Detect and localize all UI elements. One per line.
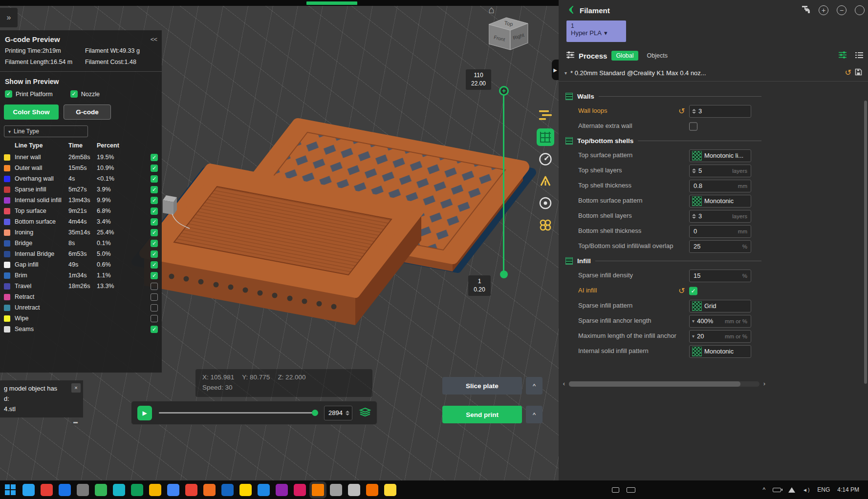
filter-settings-icon[interactable] (839, 51, 846, 60)
setting-combo[interactable]: ▾400%mm or % (689, 315, 751, 328)
setting-combo[interactable]: ▾20mm or % (689, 330, 751, 343)
taskbar-app-icon[interactable] (77, 484, 89, 496)
stepper-arrows-icon[interactable] (692, 168, 696, 173)
stepper-arrows-icon[interactable] (692, 214, 696, 219)
setting-stepper[interactable]: 5layers (689, 165, 751, 177)
edit-filament-icon[interactable] (801, 5, 810, 15)
volume-icon[interactable]: ◄) (803, 487, 810, 493)
checkbox-icon[interactable]: ✓ (5, 90, 12, 98)
taskbar-app-icon[interactable] (384, 484, 396, 496)
setting-select[interactable]: Monotonic li... (689, 149, 751, 162)
navigation-cube[interactable]: Top Front Right (489, 17, 530, 53)
taskbar-app-icon[interactable] (312, 484, 324, 496)
section-header[interactable]: Walls (559, 89, 868, 104)
line-type-visibility-checkbox[interactable]: ✓ (151, 261, 158, 269)
pattern-clover-icon[interactable] (537, 216, 554, 234)
line-type-visibility-checkbox[interactable] (151, 293, 158, 301)
setting-input[interactable]: 25% (689, 240, 751, 253)
stepper-arrows-icon[interactable] (692, 109, 696, 114)
play-button[interactable]: ▶ (137, 406, 152, 420)
setting-select[interactable]: Monotonic (689, 195, 751, 208)
monitor-tray-icon[interactable] (612, 487, 619, 493)
taskbar-app-icon[interactable] (59, 484, 71, 496)
send-print-button[interactable]: Send print (442, 406, 522, 423)
layer-slider-bottom-handle[interactable] (500, 270, 508, 278)
taskbar-app-icon[interactable] (348, 484, 360, 496)
line-type-visibility-checkbox[interactable]: ✓ (151, 326, 158, 333)
move-slider[interactable] (159, 412, 317, 414)
setting-stepper[interactable]: 3layers (689, 210, 751, 223)
taskbar-app-icon[interactable] (22, 484, 35, 496)
move-slider-handle[interactable] (312, 410, 318, 416)
taskbar-app-icon[interactable] (41, 484, 53, 496)
battery-icon[interactable] (773, 488, 781, 492)
vertical-scrollbar[interactable] (864, 101, 867, 384)
preview-option[interactable]: ✓Print Platform (5, 90, 53, 98)
reset-setting-icon[interactable]: ↺ (678, 107, 685, 115)
line-type-visibility-checkbox[interactable]: ✓ (151, 186, 158, 193)
line-type-visibility-checkbox[interactable]: ✓ (151, 240, 158, 247)
line-type-visibility-checkbox[interactable]: ✓ (151, 197, 158, 204)
layer-bars-icon[interactable] (537, 106, 554, 124)
close-icon[interactable]: × (71, 383, 81, 393)
scroll-left-icon[interactable]: ‹ (561, 380, 567, 387)
color-show-button[interactable]: Color Show (4, 104, 59, 120)
minimize-notification-button[interactable]: ▬ (71, 418, 80, 425)
taskbar-app-icon[interactable] (294, 484, 306, 496)
move-number-input[interactable]: 2894 (324, 406, 352, 420)
line-type-visibility-checkbox[interactable] (151, 315, 158, 322)
line-type-visibility-checkbox[interactable] (151, 283, 158, 290)
save-preset-icon[interactable] (855, 68, 862, 77)
filament-slot-selector[interactable]: 1 Hyper PLA ▾ (566, 21, 626, 42)
collapse-panel-button[interactable]: << (151, 36, 157, 43)
network-icon[interactable] (788, 487, 795, 493)
reset-setting-icon[interactable]: ↺ (678, 287, 685, 295)
checkbox-icon[interactable]: ✓ (70, 90, 78, 98)
section-header[interactable]: Infill (559, 254, 868, 268)
more-filament-button[interactable] (855, 5, 865, 15)
tab-objects[interactable]: Objects (643, 51, 672, 61)
taskbar-app-icon[interactable] (95, 484, 107, 496)
taskbar-app-icon[interactable] (131, 484, 143, 496)
setting-input[interactable]: 0.8mm (689, 180, 751, 192)
slice-plate-button[interactable]: Slice plate (442, 377, 522, 395)
preset-selector[interactable]: ▾ * 0.20mm Standard @Creality K1 Max 0.4… (564, 68, 862, 77)
setting-select[interactable]: Monotonic (689, 345, 751, 358)
remove-filament-button[interactable]: − (837, 5, 846, 15)
line-type-dropdown[interactable]: ▾ Line Type (4, 125, 88, 137)
taskbar-app-icon[interactable] (203, 484, 216, 496)
taskbar-app-icon[interactable] (276, 484, 288, 496)
section-header[interactable]: Top/bottom shells (559, 134, 868, 148)
line-type-visibility-checkbox[interactable]: ✓ (151, 218, 158, 226)
list-view-icon[interactable] (855, 52, 863, 60)
scroll-right-icon[interactable]: › (761, 380, 768, 387)
taskbar-app-icon[interactable] (330, 484, 342, 496)
line-type-visibility-checkbox[interactable]: ✓ (151, 208, 158, 215)
line-type-visibility-checkbox[interactable]: ✓ (151, 272, 158, 279)
taskbar-app-icon[interactable] (149, 484, 161, 496)
layer-slider-top-handle[interactable]: + (499, 86, 509, 96)
keyboard-tray-icon[interactable] (627, 487, 635, 493)
stepper-arrows-icon[interactable] (346, 411, 349, 416)
taskbar-app-icon[interactable] (366, 484, 378, 496)
line-type-visibility-checkbox[interactable]: ✓ (151, 154, 158, 161)
expand-sidebar-button[interactable]: » (0, 8, 18, 27)
speed-gauge-icon[interactable] (537, 150, 554, 168)
line-type-visibility-checkbox[interactable] (151, 304, 158, 312)
setting-checkbox[interactable] (689, 122, 697, 130)
line-type-visibility-checkbox[interactable]: ✓ (151, 175, 158, 183)
taskbar-app-icon[interactable] (258, 484, 270, 496)
layers-view-icon[interactable] (359, 407, 371, 418)
preview-option[interactable]: ✓Nozzle (70, 90, 100, 98)
taskbar-app-icon[interactable] (113, 484, 125, 496)
line-type-visibility-checkbox[interactable]: ✓ (151, 250, 158, 258)
setting-input[interactable]: 15% (689, 270, 751, 282)
flow-icon[interactable] (537, 172, 554, 190)
horizontal-scrollbar[interactable]: ‹ › (561, 380, 768, 388)
slice-options-button[interactable]: ^ (526, 377, 542, 395)
setting-checkbox[interactable]: ✓ (689, 287, 697, 295)
add-filament-button[interactable]: + (819, 5, 828, 15)
taskbar-app-icon[interactable] (221, 484, 234, 496)
send-options-button[interactable]: ^ (526, 406, 542, 423)
taskbar-app-icon[interactable] (239, 484, 252, 496)
